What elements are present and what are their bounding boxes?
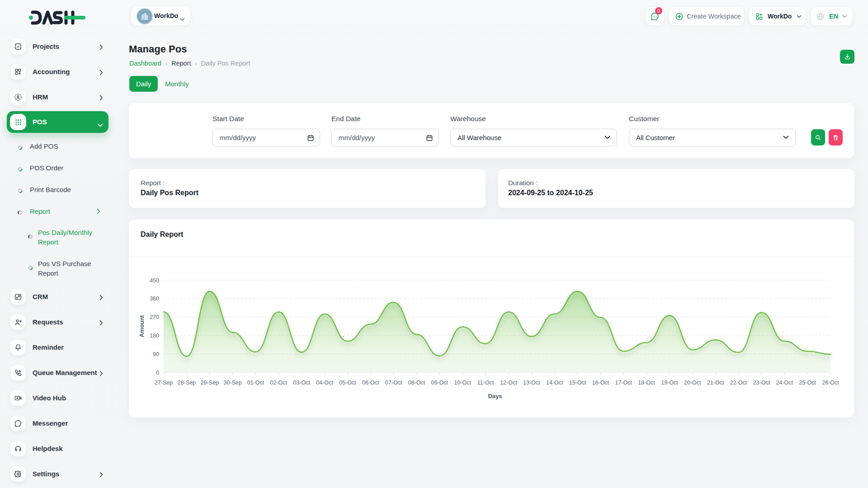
svg-text:11-Oct: 11-Oct bbox=[477, 380, 494, 386]
svg-text:01-Oct: 01-Oct bbox=[247, 380, 264, 386]
svg-text:17-Oct: 17-Oct bbox=[615, 380, 632, 386]
svg-text:30-Sep: 30-Sep bbox=[223, 380, 241, 386]
svg-text:18-Oct: 18-Oct bbox=[638, 380, 655, 386]
svg-text:24-Oct: 24-Oct bbox=[776, 380, 793, 386]
svg-text:16-Oct: 16-Oct bbox=[592, 380, 609, 386]
svg-text:07-Oct: 07-Oct bbox=[385, 380, 402, 386]
svg-text:23-Oct: 23-Oct bbox=[753, 380, 770, 386]
svg-text:12-Oct: 12-Oct bbox=[500, 380, 517, 386]
svg-text:13-Oct: 13-Oct bbox=[523, 380, 540, 386]
svg-text:0: 0 bbox=[156, 370, 159, 376]
svg-text:03-Oct: 03-Oct bbox=[293, 380, 310, 386]
svg-text:270: 270 bbox=[150, 314, 159, 320]
svg-text:04-Oct: 04-Oct bbox=[316, 380, 333, 386]
svg-text:180: 180 bbox=[150, 333, 159, 339]
svg-text:05-Oct: 05-Oct bbox=[339, 380, 356, 386]
svg-text:22-Oct: 22-Oct bbox=[730, 380, 747, 386]
svg-text:14-Oct: 14-Oct bbox=[546, 380, 563, 386]
svg-text:09-Oct: 09-Oct bbox=[431, 380, 448, 386]
svg-text:02-Oct: 02-Oct bbox=[270, 380, 288, 386]
svg-text:06-Oct: 06-Oct bbox=[362, 380, 379, 386]
svg-text:28-Sep: 28-Sep bbox=[178, 380, 196, 386]
svg-text:21-Oct: 21-Oct bbox=[707, 380, 724, 386]
svg-text:90: 90 bbox=[153, 351, 159, 357]
svg-text:Amount: Amount bbox=[138, 315, 145, 338]
svg-text:20-Oct: 20-Oct bbox=[684, 380, 701, 386]
svg-text:19-Oct: 19-Oct bbox=[661, 380, 678, 386]
svg-text:15-Oct: 15-Oct bbox=[569, 380, 586, 386]
svg-text:10-Oct: 10-Oct bbox=[454, 380, 471, 386]
svg-text:29-Sep: 29-Sep bbox=[201, 380, 219, 386]
svg-text:27-Sep: 27-Sep bbox=[155, 380, 173, 386]
svg-text:25-Oct: 25-Oct bbox=[799, 380, 816, 386]
svg-text:450: 450 bbox=[150, 277, 159, 284]
svg-text:360: 360 bbox=[150, 296, 159, 302]
svg-text:26-Oct: 26-Oct bbox=[822, 380, 839, 386]
svg-text:08-Oct: 08-Oct bbox=[408, 380, 425, 386]
svg-text:Days: Days bbox=[488, 393, 502, 399]
